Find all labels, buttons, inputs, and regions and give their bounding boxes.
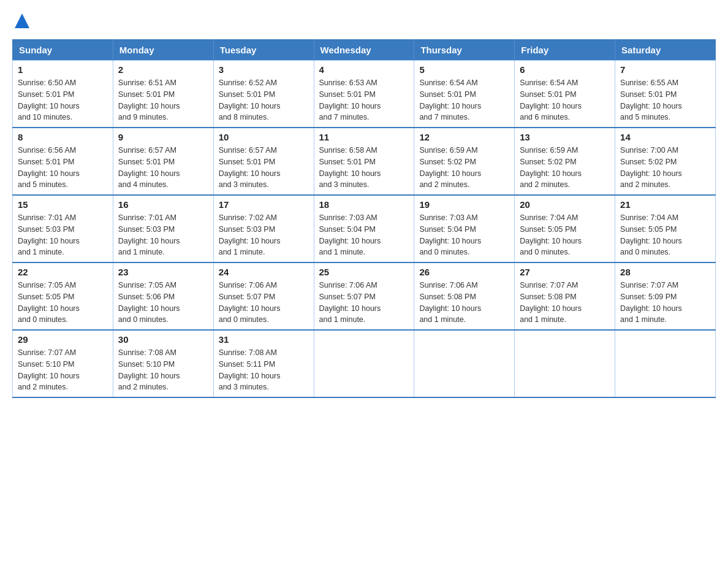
day-number: 4 bbox=[319, 64, 409, 75]
day-number: 25 bbox=[319, 267, 409, 277]
day-info: Sunrise: 7:06 AM Sunset: 5:07 PM Dayligh… bbox=[319, 280, 409, 326]
day-info: Sunrise: 7:04 AM Sunset: 5:05 PM Dayligh… bbox=[520, 212, 610, 258]
day-number: 14 bbox=[620, 132, 710, 142]
calendar-cell: 6 Sunrise: 6:54 AM Sunset: 5:01 PM Dayli… bbox=[515, 61, 615, 128]
day-info: Sunrise: 6:56 AM Sunset: 5:01 PM Dayligh… bbox=[18, 145, 108, 191]
day-info: Sunrise: 6:53 AM Sunset: 5:01 PM Dayligh… bbox=[319, 77, 409, 123]
weekday-header-tuesday: Tuesday bbox=[213, 40, 314, 61]
calendar-cell: 20 Sunrise: 7:04 AM Sunset: 5:05 PM Dayl… bbox=[515, 195, 615, 262]
day-number: 16 bbox=[118, 199, 208, 210]
day-info: Sunrise: 6:52 AM Sunset: 5:01 PM Dayligh… bbox=[219, 77, 309, 123]
day-number: 31 bbox=[219, 334, 309, 345]
weekday-header-saturday: Saturday bbox=[615, 40, 716, 61]
calendar-cell bbox=[615, 330, 716, 397]
day-info: Sunrise: 7:02 AM Sunset: 5:03 PM Dayligh… bbox=[219, 212, 309, 258]
day-number: 21 bbox=[620, 199, 710, 210]
day-info: Sunrise: 6:51 AM Sunset: 5:01 PM Dayligh… bbox=[118, 77, 208, 123]
svg-marker-0 bbox=[15, 13, 29, 28]
day-info: Sunrise: 7:07 AM Sunset: 5:10 PM Dayligh… bbox=[18, 347, 108, 393]
day-info: Sunrise: 7:06 AM Sunset: 5:07 PM Dayligh… bbox=[219, 280, 309, 326]
day-number: 30 bbox=[118, 334, 208, 345]
calendar-cell: 14 Sunrise: 7:00 AM Sunset: 5:02 PM Dayl… bbox=[615, 128, 716, 195]
day-number: 20 bbox=[520, 199, 610, 210]
day-number: 15 bbox=[18, 199, 108, 210]
calendar-week-row: 15 Sunrise: 7:01 AM Sunset: 5:03 PM Dayl… bbox=[13, 195, 716, 262]
calendar-cell: 5 Sunrise: 6:54 AM Sunset: 5:01 PM Dayli… bbox=[414, 61, 515, 128]
calendar-cell: 8 Sunrise: 6:56 AM Sunset: 5:01 PM Dayli… bbox=[13, 128, 113, 195]
day-info: Sunrise: 7:00 AM Sunset: 5:02 PM Dayligh… bbox=[620, 145, 710, 191]
day-number: 9 bbox=[118, 132, 208, 142]
calendar-cell: 29 Sunrise: 7:07 AM Sunset: 5:10 PM Dayl… bbox=[13, 330, 113, 397]
day-info: Sunrise: 7:08 AM Sunset: 5:10 PM Dayligh… bbox=[118, 347, 208, 393]
day-number: 13 bbox=[520, 132, 610, 142]
calendar-cell bbox=[515, 330, 615, 397]
day-number: 28 bbox=[620, 267, 710, 277]
calendar-week-row: 22 Sunrise: 7:05 AM Sunset: 5:05 PM Dayl… bbox=[13, 262, 716, 330]
weekday-header-friday: Friday bbox=[515, 40, 615, 61]
calendar-cell: 16 Sunrise: 7:01 AM Sunset: 5:03 PM Dayl… bbox=[113, 195, 213, 262]
calendar-cell: 19 Sunrise: 7:03 AM Sunset: 5:04 PM Dayl… bbox=[414, 195, 515, 262]
day-number: 8 bbox=[18, 132, 108, 142]
day-number: 22 bbox=[18, 267, 108, 277]
calendar-header-row: SundayMondayTuesdayWednesdayThursdayFrid… bbox=[13, 40, 716, 61]
day-info: Sunrise: 6:57 AM Sunset: 5:01 PM Dayligh… bbox=[219, 145, 309, 191]
calendar-week-row: 29 Sunrise: 7:07 AM Sunset: 5:10 PM Dayl… bbox=[13, 330, 716, 397]
page-header bbox=[12, 12, 716, 33]
day-info: Sunrise: 6:59 AM Sunset: 5:02 PM Dayligh… bbox=[419, 145, 509, 191]
calendar-cell: 28 Sunrise: 7:07 AM Sunset: 5:09 PM Dayl… bbox=[615, 262, 716, 330]
calendar-cell: 24 Sunrise: 7:06 AM Sunset: 5:07 PM Dayl… bbox=[213, 262, 314, 330]
calendar-cell: 31 Sunrise: 7:08 AM Sunset: 5:11 PM Dayl… bbox=[213, 330, 314, 397]
calendar-cell: 4 Sunrise: 6:53 AM Sunset: 5:01 PM Dayli… bbox=[314, 61, 414, 128]
day-info: Sunrise: 7:05 AM Sunset: 5:06 PM Dayligh… bbox=[118, 280, 208, 326]
day-number: 29 bbox=[18, 334, 108, 345]
day-number: 3 bbox=[219, 64, 309, 75]
calendar-table: SundayMondayTuesdayWednesdayThursdayFrid… bbox=[12, 39, 716, 398]
calendar-cell: 2 Sunrise: 6:51 AM Sunset: 5:01 PM Dayli… bbox=[113, 61, 213, 128]
calendar-cell: 9 Sunrise: 6:57 AM Sunset: 5:01 PM Dayli… bbox=[113, 128, 213, 195]
day-number: 17 bbox=[219, 199, 309, 210]
day-info: Sunrise: 6:58 AM Sunset: 5:01 PM Dayligh… bbox=[319, 145, 409, 191]
day-info: Sunrise: 7:03 AM Sunset: 5:04 PM Dayligh… bbox=[419, 212, 509, 258]
calendar-cell bbox=[314, 330, 414, 397]
calendar-cell: 12 Sunrise: 6:59 AM Sunset: 5:02 PM Dayl… bbox=[414, 128, 515, 195]
day-number: 5 bbox=[419, 64, 509, 75]
calendar-cell bbox=[414, 330, 515, 397]
calendar-cell: 27 Sunrise: 7:07 AM Sunset: 5:08 PM Dayl… bbox=[515, 262, 615, 330]
day-number: 11 bbox=[319, 132, 409, 142]
calendar-cell: 1 Sunrise: 6:50 AM Sunset: 5:01 PM Dayli… bbox=[13, 61, 113, 128]
logo-text bbox=[12, 12, 31, 33]
calendar-cell: 15 Sunrise: 7:01 AM Sunset: 5:03 PM Dayl… bbox=[13, 195, 113, 262]
day-info: Sunrise: 6:59 AM Sunset: 5:02 PM Dayligh… bbox=[520, 145, 610, 191]
day-number: 7 bbox=[620, 64, 710, 75]
calendar-week-row: 1 Sunrise: 6:50 AM Sunset: 5:01 PM Dayli… bbox=[13, 61, 716, 128]
day-number: 23 bbox=[118, 267, 208, 277]
day-number: 26 bbox=[419, 267, 509, 277]
day-info: Sunrise: 7:01 AM Sunset: 5:03 PM Dayligh… bbox=[118, 212, 208, 258]
day-info: Sunrise: 7:01 AM Sunset: 5:03 PM Dayligh… bbox=[18, 212, 108, 258]
calendar-cell: 10 Sunrise: 6:57 AM Sunset: 5:01 PM Dayl… bbox=[213, 128, 314, 195]
day-number: 24 bbox=[219, 267, 309, 277]
day-info: Sunrise: 7:07 AM Sunset: 5:08 PM Dayligh… bbox=[520, 280, 610, 326]
weekday-header-monday: Monday bbox=[113, 40, 213, 61]
calendar-cell: 3 Sunrise: 6:52 AM Sunset: 5:01 PM Dayli… bbox=[213, 61, 314, 128]
day-info: Sunrise: 6:54 AM Sunset: 5:01 PM Dayligh… bbox=[419, 77, 509, 123]
day-number: 27 bbox=[520, 267, 610, 277]
calendar-cell: 30 Sunrise: 7:08 AM Sunset: 5:10 PM Dayl… bbox=[113, 330, 213, 397]
day-number: 1 bbox=[18, 64, 108, 75]
calendar-cell: 13 Sunrise: 6:59 AM Sunset: 5:02 PM Dayl… bbox=[515, 128, 615, 195]
calendar-cell: 21 Sunrise: 7:04 AM Sunset: 5:05 PM Dayl… bbox=[615, 195, 716, 262]
day-info: Sunrise: 7:03 AM Sunset: 5:04 PM Dayligh… bbox=[319, 212, 409, 258]
calendar-cell: 18 Sunrise: 7:03 AM Sunset: 5:04 PM Dayl… bbox=[314, 195, 414, 262]
calendar-cell: 11 Sunrise: 6:58 AM Sunset: 5:01 PM Dayl… bbox=[314, 128, 414, 195]
calendar-cell: 22 Sunrise: 7:05 AM Sunset: 5:05 PM Dayl… bbox=[13, 262, 113, 330]
day-number: 10 bbox=[219, 132, 309, 142]
day-info: Sunrise: 7:05 AM Sunset: 5:05 PM Dayligh… bbox=[18, 280, 108, 326]
weekday-header-wednesday: Wednesday bbox=[314, 40, 414, 61]
calendar-cell: 26 Sunrise: 7:06 AM Sunset: 5:08 PM Dayl… bbox=[414, 262, 515, 330]
day-number: 12 bbox=[419, 132, 509, 142]
day-info: Sunrise: 7:08 AM Sunset: 5:11 PM Dayligh… bbox=[219, 347, 309, 393]
calendar-cell: 25 Sunrise: 7:06 AM Sunset: 5:07 PM Dayl… bbox=[314, 262, 414, 330]
calendar-cell: 7 Sunrise: 6:55 AM Sunset: 5:01 PM Dayli… bbox=[615, 61, 716, 128]
day-info: Sunrise: 7:04 AM Sunset: 5:05 PM Dayligh… bbox=[620, 212, 710, 258]
day-info: Sunrise: 7:07 AM Sunset: 5:09 PM Dayligh… bbox=[620, 280, 710, 326]
